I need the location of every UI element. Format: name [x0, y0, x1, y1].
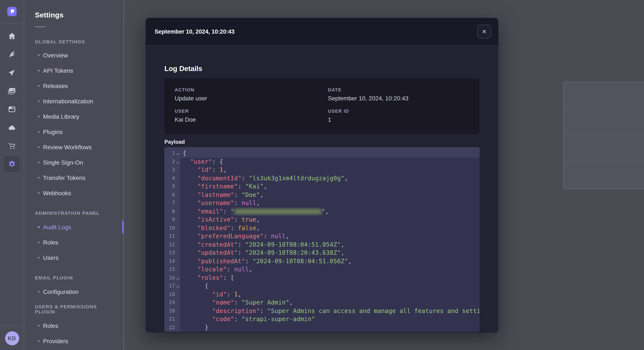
action-value: Update user [175, 95, 328, 102]
nav-section-email-plugin: EMAIL PLUGIN [25, 265, 124, 284]
table-divider [564, 134, 644, 134]
sidebar-item-media-library[interactable]: Media Library [25, 109, 124, 124]
log-details-heading: Log Details [164, 64, 480, 73]
line-number: 11 [164, 232, 180, 240]
sidebar-item-roles[interactable]: Roles [25, 235, 124, 250]
close-button[interactable]: ✕ [478, 25, 491, 38]
line-number: 15 [164, 265, 180, 274]
user-id-label: USER ID [328, 108, 469, 114]
sidebar-item-label: Overview [43, 52, 68, 59]
sidebar-item-label: Users [43, 254, 58, 261]
bullet-icon [38, 226, 40, 228]
bullet-icon [38, 291, 40, 293]
bullet-icon [38, 162, 40, 163]
code-line: 19 "name": "Super Admin", [164, 299, 480, 307]
payload-code-editor[interactable]: 1{2 "user": {3 "id": 1,4 "documentId": "… [164, 147, 480, 332]
user-avatar[interactable]: KD [5, 331, 19, 345]
code-text: "publishedAt": "2024-09-10T08:04:51.056Z… [180, 257, 352, 265]
cloud-icon[interactable] [8, 123, 16, 132]
sidebar-item-internationalization[interactable]: Internationalization [25, 94, 124, 109]
fold-chevron-icon[interactable] [177, 285, 179, 288]
code-text: "firstname": "Kai", [180, 182, 267, 191]
sidebar-item-api-tokens[interactable]: API Tokens [25, 63, 124, 78]
fold-chevron-icon[interactable] [177, 277, 179, 279]
sidebar-item-single-sign-on[interactable]: Single Sign-On [25, 155, 124, 170]
nav-section-administration-panel: ADMINISTRATION PANEL [25, 201, 124, 219]
code-line: 6 "lastname": "Doe", [164, 191, 480, 199]
line-number: 5 [164, 182, 180, 191]
code-text: "code": "strapi-super-admin" [180, 315, 315, 324]
modal-header: September 10, 2024, 10:20:43 ✕ [146, 18, 498, 45]
rail-logo-area [0, 0, 24, 23]
strapi-logo-icon[interactable] [7, 7, 16, 16]
sidebar-item-label: Media Library [43, 113, 79, 120]
audit-log-table-card [563, 82, 644, 189]
sidebar-item-label: Review Workflows [43, 144, 92, 151]
sidebar-item-label: Releases [43, 82, 68, 89]
user-id-value: 1 [328, 116, 469, 123]
code-line: 10 "blocked": false, [164, 224, 480, 232]
code-line: 17 { [164, 282, 480, 290]
line-number: 17 [164, 282, 180, 290]
feather-icon[interactable] [8, 50, 16, 59]
nav-section-global-settings: GLOBAL SETTINGS [25, 36, 124, 48]
sidebar-item-webhooks[interactable]: Webhooks [25, 185, 124, 201]
code-line: 7 "username": null, [164, 199, 480, 207]
action-field: ACTION Update user [175, 87, 328, 102]
sidebar-item-releases[interactable]: Releases [25, 78, 124, 94]
user-value: Kai Doe [175, 116, 328, 123]
user-field: USER Kai Doe [175, 108, 328, 123]
code-line: 1{ [164, 149, 480, 158]
code-line: 16 "roles": [ [164, 274, 480, 282]
code-text: { [180, 149, 186, 158]
code-line: 13 "updatedAt": "2024-09-10T08:20:43.638… [164, 249, 480, 257]
code-text: "blocked": false, [180, 224, 260, 232]
sidebar-item-label: API Tokens [43, 67, 73, 74]
sidebar-item-label: Providers [43, 338, 68, 345]
code-text: "username": null, [180, 199, 260, 207]
layout-icon[interactable] [8, 105, 16, 114]
line-number: 9 [164, 216, 180, 224]
send-icon[interactable] [8, 68, 16, 77]
cart-icon[interactable] [8, 142, 16, 150]
code-line: 4 "documentId": "ls3uk3g1xm4ltdrdugzajg0… [164, 174, 480, 182]
sidebar-item-roles[interactable]: Roles [25, 318, 124, 334]
sidebar-item-configuration[interactable]: Configuration [25, 284, 124, 299]
code-line: 5 "firstname": "Kai", [164, 182, 480, 191]
code-text: "user": { [180, 158, 223, 166]
sidebar-item-review-workflows[interactable]: Review Workflows [25, 140, 124, 155]
strapi-admin-app: ? [0, 0, 644, 350]
sidebar-item-overview[interactable]: Overview [25, 48, 124, 63]
payload-code: 1{2 "user": {3 "id": 1,4 "documentId": "… [164, 149, 480, 332]
gear-icon[interactable] [8, 160, 16, 169]
line-number: 4 [164, 174, 180, 182]
sidebar-item-providers[interactable]: Providers [25, 334, 124, 349]
code-line: 9 "isActive": true, [164, 216, 480, 224]
sidebar-item-label: Single Sign-On [43, 159, 83, 166]
line-number: 2 [164, 158, 180, 166]
code-text: "preferedLanguage": null, [180, 232, 290, 240]
code-text: "lastname": "Doe", [180, 191, 264, 199]
sidebar-item-label: Roles [43, 322, 58, 329]
table-divider [564, 106, 644, 106]
code-line: 21 "code": "strapi-super-admin" [164, 315, 480, 324]
media-library-icon[interactable] [8, 87, 16, 95]
line-number: 7 [164, 199, 180, 207]
code-text: { [180, 282, 208, 290]
bullet-icon [38, 85, 40, 87]
fold-chevron-icon[interactable] [177, 152, 179, 155]
code-text: "id": 1, [180, 290, 242, 299]
sidebar-item-transfer-tokens[interactable]: Transfer Tokens [25, 170, 124, 185]
bullet-icon [38, 192, 40, 194]
line-number: 19 [164, 299, 180, 307]
home-icon[interactable] [8, 32, 16, 40]
sidebar-item-users[interactable]: Users [25, 250, 124, 265]
line-number: 22 [164, 324, 180, 332]
sidebar-item-audit-logs[interactable]: Audit Logs [25, 219, 124, 235]
fold-chevron-icon[interactable] [177, 161, 179, 163]
code-text: "name": "Super Admin", [180, 299, 293, 307]
line-number: 12 [164, 240, 180, 249]
sidebar-item-plugins[interactable]: Plugins [25, 124, 124, 140]
payload-label: Payload [164, 139, 480, 146]
line-number: 10 [164, 224, 180, 232]
